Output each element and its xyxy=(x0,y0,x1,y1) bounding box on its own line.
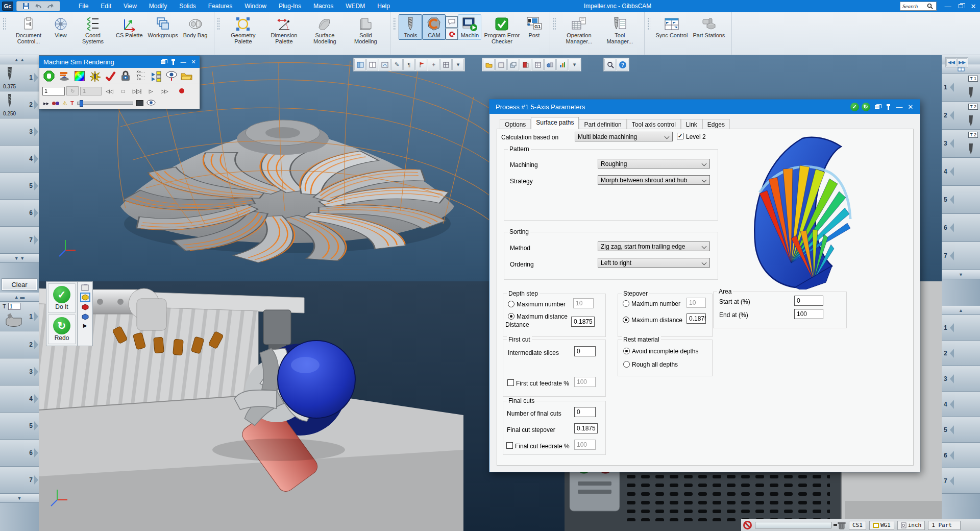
nav-right-button[interactable]: ▶▶ xyxy=(957,58,967,66)
program-error-checker-button[interactable]: Program Error Checker xyxy=(481,14,522,46)
operation-slot-6[interactable]: 6 xyxy=(942,214,980,242)
tool-slot-2[interactable]: 0.250 2 xyxy=(0,91,39,118)
nav-left-button[interactable]: ◀◀ xyxy=(946,58,957,66)
frame-input[interactable] xyxy=(42,87,65,95)
step-forward-button[interactable]: ▷|▷| xyxy=(131,86,143,95)
verify-check-button[interactable] xyxy=(104,70,117,82)
dialog-float-icon[interactable] xyxy=(872,102,882,112)
palette-minimize-button[interactable]: — xyxy=(179,58,187,66)
toolbar-menu-button[interactable]: ▾ xyxy=(569,59,580,70)
solid-modeling-button[interactable]: Solid Modeling xyxy=(345,14,386,46)
redo-button[interactable] xyxy=(45,2,56,10)
surface-modeling-button[interactable]: Surface Modeling xyxy=(304,14,345,46)
menu-help[interactable]: Help xyxy=(372,1,395,11)
report-button[interactable] xyxy=(520,59,531,70)
operation-slot-3[interactable]: 3 T 2 xyxy=(942,130,980,158)
tool-manager-button[interactable]: Tool Manager... xyxy=(599,14,640,46)
depth-max-number-radio[interactable] xyxy=(508,301,514,307)
operation-slot-4[interactable]: 4 xyxy=(942,158,980,186)
workgroups-button[interactable]: Workgroups xyxy=(145,14,181,40)
dialog-minimize-button[interactable]: — xyxy=(894,102,904,112)
bodies-button[interactable] xyxy=(544,59,556,70)
redo-button-panel[interactable]: ↻ Redo xyxy=(48,315,76,344)
dialog-reload-button[interactable]: ↻ xyxy=(861,102,871,112)
float-window-icon[interactable] xyxy=(159,58,167,66)
tab-part-definition[interactable]: Part definition xyxy=(579,119,626,129)
process-slot-2[interactable]: 2 xyxy=(0,331,39,358)
menu-window[interactable]: Window xyxy=(239,1,272,11)
restore-button[interactable] xyxy=(954,0,967,12)
split-view-button[interactable] xyxy=(366,59,378,70)
flag-button[interactable] xyxy=(415,59,427,70)
t-flag-icon[interactable]: T xyxy=(70,100,74,106)
tool-slot-7[interactable]: 7 xyxy=(0,227,39,254)
menu-edit[interactable]: Edit xyxy=(95,1,116,11)
redraw-button[interactable] xyxy=(379,59,390,70)
stepover-distance-input[interactable] xyxy=(687,313,706,324)
cam-button[interactable]: CAM xyxy=(422,14,446,40)
view-button[interactable]: View xyxy=(49,14,72,40)
body-bag-button[interactable]: Body Bag xyxy=(181,14,210,40)
tool-slot-6[interactable]: 6 xyxy=(0,200,39,227)
rewind-button[interactable]: ◁◁ xyxy=(103,86,115,95)
draw-mode-button[interactable]: ✎ xyxy=(391,59,403,70)
cs-status-cell[interactable]: CS1 xyxy=(849,521,866,530)
pin-icon[interactable] xyxy=(169,58,177,66)
process-slot-5[interactable]: 5 xyxy=(0,413,39,440)
intermediate-slices-input[interactable] xyxy=(574,346,596,356)
zoom-select-icon[interactable] xyxy=(604,59,616,70)
station-slot-1[interactable]: 1 xyxy=(942,315,980,341)
dialog-pin-icon[interactable] xyxy=(883,102,893,112)
menu-modify[interactable]: Modify xyxy=(144,1,172,11)
process-list-scroll-up[interactable]: ▲ ▬ xyxy=(0,293,39,302)
operation-slot-2[interactable]: 2 T 2 xyxy=(942,102,980,130)
blue-solid-button[interactable] xyxy=(81,313,89,320)
tool-slot-1[interactable]: 0.375 1 xyxy=(0,64,39,91)
process-slot-1[interactable]: T 1 xyxy=(0,302,39,331)
depth-max-distance-radio[interactable] xyxy=(508,313,514,320)
menu-view[interactable]: View xyxy=(118,1,142,11)
ordering-combo[interactable]: Left to right xyxy=(598,258,710,268)
palette-title-bar[interactable]: Machine Sim Rendering — ✕ xyxy=(39,56,200,68)
open-folder-button[interactable] xyxy=(180,70,193,82)
dimension-palette-button[interactable]: Dimension Palette xyxy=(263,14,304,46)
tool-list-scroll-down[interactable]: ▼ ▼ xyxy=(0,254,39,263)
minimize-button[interactable]: — xyxy=(942,0,954,12)
cs-palette-button[interactable]: CS Palette xyxy=(113,14,145,40)
slider-thumb[interactable] xyxy=(80,100,83,107)
do-it-button[interactable]: ✓ Do It xyxy=(48,283,76,313)
operation-manager-button[interactable]: Operation Manager... xyxy=(558,14,599,46)
stop-hand-button[interactable] xyxy=(42,70,56,82)
dialog-title-bar[interactable]: Process #1 5-Axis Parameters ✓ ↻ — ✕ xyxy=(489,100,920,114)
yellow-solid-button[interactable] xyxy=(81,294,89,301)
menu-macros[interactable]: Macros xyxy=(308,1,338,11)
menu-solids[interactable]: Solids xyxy=(174,1,201,11)
strategy-combo[interactable]: Morph between shroud and hub xyxy=(598,175,710,185)
operation-slot-7[interactable]: 7 xyxy=(942,242,980,270)
rough-all-radio[interactable] xyxy=(623,361,630,368)
coord-systems-button[interactable]: Coord Systems xyxy=(72,14,113,46)
stack-button[interactable] xyxy=(507,59,519,70)
collapse-toolbar-button[interactable]: ▾ xyxy=(452,59,464,70)
stop-button[interactable]: □ xyxy=(117,86,129,95)
clear-button[interactable]: Clear xyxy=(2,278,37,291)
tab-tool-axis-control[interactable]: Tool axis control xyxy=(627,119,681,129)
dialog-ok-button[interactable]: ✓ xyxy=(849,102,860,112)
lock-view-button[interactable] xyxy=(119,70,132,82)
part-stations-button[interactable]: Part Stations xyxy=(690,14,727,40)
dark-toggle-icon[interactable] xyxy=(136,100,143,106)
final-cut-feedrate-checkbox[interactable] xyxy=(506,442,513,449)
double-play-icon[interactable]: ▸▸ xyxy=(43,100,49,107)
process-slot-3[interactable]: 3 xyxy=(0,358,39,385)
units-status-cell[interactable]: inch xyxy=(897,521,925,530)
speed-slider[interactable] xyxy=(77,102,133,105)
operation-slot-5[interactable]: 5 xyxy=(942,186,980,214)
clipboard-button[interactable] xyxy=(495,59,507,70)
annotation-button[interactable]: ¶ xyxy=(403,59,415,70)
menu-wedm[interactable]: WEDM xyxy=(340,1,370,11)
note-bubble-button[interactable] xyxy=(446,16,458,28)
process-slot-4[interactable]: 4 xyxy=(0,385,39,413)
trash-icon[interactable] xyxy=(838,521,846,529)
machine-table-button[interactable] xyxy=(58,70,71,82)
fast-forward-button[interactable]: ▷▷ xyxy=(158,86,170,95)
